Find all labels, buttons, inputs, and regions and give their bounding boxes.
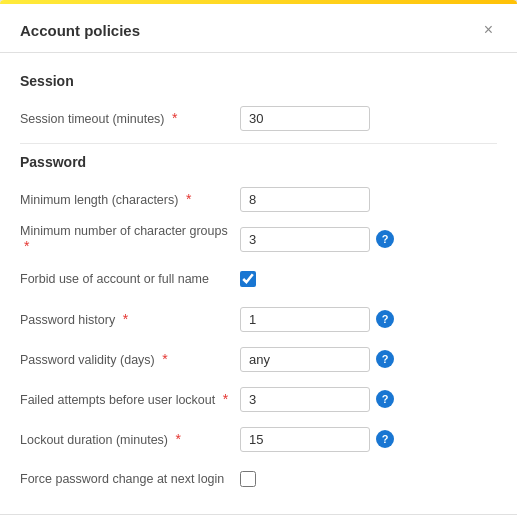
min-length-row: Minimum length (characters) * (20, 184, 497, 214)
dialog-title: Account policies (20, 22, 140, 39)
password-section-title: Password (20, 154, 497, 170)
forbid-account-name-checkbox[interactable] (240, 271, 256, 287)
password-history-required: * (123, 311, 128, 327)
password-validity-required: * (162, 351, 167, 367)
failed-attempts-row: Failed attempts before user lockout * ? (20, 384, 497, 414)
min-char-groups-required: * (24, 238, 29, 254)
lockout-duration-input[interactable] (240, 427, 370, 452)
session-section-title: Session (20, 73, 497, 89)
failed-attempts-help-icon[interactable]: ? (376, 390, 394, 408)
force-password-change-label: Force password change at next login (20, 472, 240, 486)
password-history-row: Password history * ? (20, 304, 497, 334)
session-timeout-input[interactable] (240, 106, 370, 131)
lockout-duration-required: * (175, 431, 180, 447)
dialog-header: Account policies × (0, 4, 517, 53)
lockout-duration-row: Lockout duration (minutes) * ? (20, 424, 497, 454)
password-validity-label: Password validity (days) * (20, 351, 240, 367)
force-password-change-row: Force password change at next login (20, 464, 497, 494)
section-divider (20, 143, 497, 144)
failed-attempts-label: Failed attempts before user lockout * (20, 391, 240, 407)
session-timeout-required: * (172, 110, 177, 126)
min-length-input[interactable] (240, 187, 370, 212)
min-char-groups-help-icon[interactable]: ? (376, 230, 394, 248)
dialog-body: Session Session timeout (minutes) * Pass… (0, 53, 517, 514)
lockout-duration-help-icon[interactable]: ? (376, 430, 394, 448)
account-policies-dialog: Account policies × Session Session timeo… (0, 0, 517, 523)
min-char-groups-row: Minimum number of character groups * ? (20, 224, 497, 254)
force-password-change-checkbox[interactable] (240, 471, 256, 487)
dialog-footer: RESET 💾 FINISH (0, 514, 517, 523)
password-history-label: Password history * (20, 311, 240, 327)
failed-attempts-required: * (223, 391, 228, 407)
failed-attempts-input[interactable] (240, 387, 370, 412)
password-history-input[interactable] (240, 307, 370, 332)
session-timeout-label: Session timeout (minutes) * (20, 110, 240, 126)
forbid-account-name-row: Forbid use of account or full name (20, 264, 497, 294)
min-char-groups-label: Minimum number of character groups * (20, 224, 240, 254)
min-length-label: Minimum length (characters) * (20, 191, 240, 207)
forbid-account-name-label: Forbid use of account or full name (20, 272, 240, 286)
password-validity-input[interactable] (240, 347, 370, 372)
password-validity-row: Password validity (days) * ? (20, 344, 497, 374)
min-length-required: * (186, 191, 191, 207)
close-button[interactable]: × (480, 20, 497, 40)
session-timeout-row: Session timeout (minutes) * (20, 103, 497, 133)
password-validity-help-icon[interactable]: ? (376, 350, 394, 368)
min-char-groups-input[interactable] (240, 227, 370, 252)
lockout-duration-label: Lockout duration (minutes) * (20, 431, 240, 447)
password-history-help-icon[interactable]: ? (376, 310, 394, 328)
